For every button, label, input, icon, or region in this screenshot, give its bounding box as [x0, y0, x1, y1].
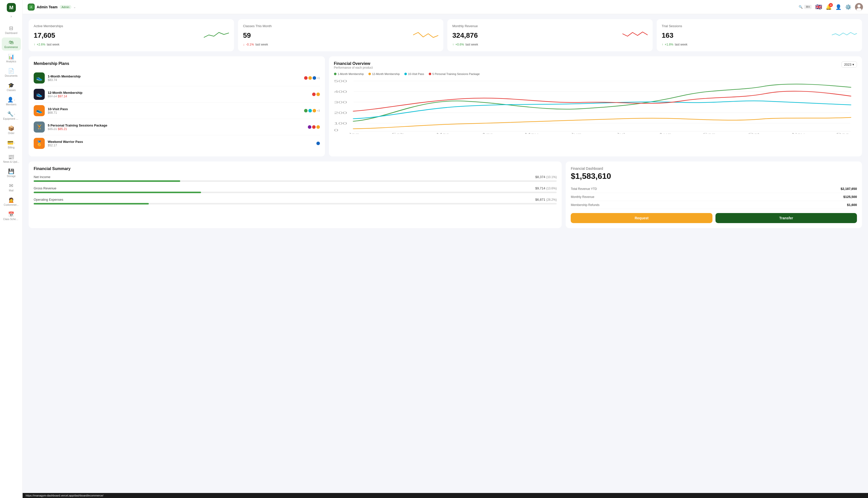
legend-item: 5 Personal Training Sessions Package: [429, 73, 480, 76]
sidebar-item-members[interactable]: 👤 › Members: [2, 94, 21, 108]
plan-original-price: $97.14: [48, 94, 57, 98]
stat-card-revenue: Monthly Revenue 324,876 ↑ +0.6% last wee…: [447, 19, 653, 51]
trend-value: +1.8%: [665, 43, 673, 46]
trend-label: last week: [675, 43, 687, 46]
stat-value: 17,605: [34, 31, 55, 39]
sidebar-item-label: News & Upd...: [3, 160, 19, 163]
stat-value: 163: [662, 31, 674, 39]
dash-row-label: Total Revenue YTD: [571, 187, 597, 191]
search-icon: 🔍: [799, 5, 803, 9]
settings-button[interactable]: ⚙️: [845, 4, 851, 10]
stat-card-active-memberships: Active Memberships 17,605 ↑ +2.6% last w…: [29, 19, 234, 51]
svg-text:100: 100: [334, 122, 347, 125]
plan-dots: +1: [304, 76, 320, 80]
plan-plus: +1: [317, 77, 320, 79]
plan-dots: [308, 125, 320, 129]
transfer-button[interactable]: Transfer: [716, 213, 857, 223]
year-select[interactable]: 2023 ▾: [841, 61, 857, 68]
sidebar-item-ecommerce[interactable]: 🛍 Ecommerce: [2, 38, 21, 51]
plan-info: 5 Personal Training Sessions Package $85…: [48, 123, 305, 131]
stat-value: 324,876: [452, 31, 478, 39]
sidebar-item-news[interactable]: 📰 News & Upd...: [2, 152, 21, 165]
equipment-arrow: ›: [14, 113, 15, 116]
dash-row-value: $1,600: [847, 203, 857, 207]
sidebar-item-label: Equipment &...: [3, 117, 19, 120]
summary-value: $9,714 (13.6%): [535, 186, 557, 190]
legend-item: 1-Month Membership: [334, 73, 364, 76]
sidebar-item-storage[interactable]: 💾 Storage: [2, 166, 21, 180]
trend-icon: ↑: [452, 43, 454, 46]
svg-text:May: May: [525, 133, 538, 134]
dash-row-label: Membership Refunds: [571, 203, 599, 207]
summary-pct: (13.6%): [546, 187, 557, 190]
avatar[interactable]: [855, 3, 863, 11]
sidebar-item-order[interactable]: 📦 Order: [2, 123, 21, 136]
summary-item-operating-expenses: Operating Expenses $6,871 (28.2%): [34, 198, 557, 205]
summary-label: Net Income: [34, 175, 50, 179]
sidebar-item-label: Custommer...: [3, 204, 19, 206]
plan-plus: +3: [317, 109, 320, 112]
sidebar-item-dashboard[interactable]: ⊟ Dashboard: [2, 23, 21, 37]
summary-pct: (10.1%): [546, 175, 557, 179]
sidebar-item-label: Members: [3, 103, 19, 106]
topbar-actions: 🔍 ⌘K 🇬🇧 🔔 4 👤 ⚙️: [799, 3, 863, 11]
search-button[interactable]: 🔍 ⌘K: [799, 5, 812, 9]
sidebar-item-label: Dashboard: [3, 32, 19, 35]
fin-header: Financial Overview Performance of each p…: [334, 61, 857, 69]
request-button[interactable]: Request: [571, 213, 712, 223]
plan-name: 12-Month Membership: [48, 91, 309, 94]
user-button[interactable]: 👤: [835, 4, 842, 10]
plan-dots: [312, 93, 320, 96]
stat-title: Monthly Revenue: [452, 24, 648, 28]
storage-icon: 💾: [8, 168, 14, 174]
logo: M: [7, 3, 16, 12]
flag-icon[interactable]: 🇬🇧: [815, 4, 822, 10]
members-icon: 👤: [7, 96, 14, 103]
sidebar-item-customer[interactable]: 🙍 Custommer...: [2, 195, 21, 208]
statusbar: https://managym-dashboard.vercel.app/das…: [23, 493, 868, 498]
trend-icon: ↑: [662, 43, 663, 46]
chevron-down-icon: ▾: [852, 63, 854, 66]
trend-icon: ↓: [243, 43, 245, 46]
members-arrow: ›: [14, 99, 15, 101]
dash-row-label: Monthly Revenue: [571, 195, 594, 199]
sidebar-toggle[interactable]: ›: [11, 14, 12, 18]
sidebar-item-documents[interactable]: 📄 Documents: [2, 66, 21, 79]
stat-chart: [413, 30, 438, 41]
stat-chart: [832, 30, 857, 41]
trend-label: last week: [465, 43, 478, 46]
plan-name: 10-Visit Pass: [48, 107, 301, 111]
sidebar-item-class-sched[interactable]: 📅 Class Sched...: [2, 209, 21, 223]
sidebar-item-billing[interactable]: 💳 › Billing: [2, 137, 21, 151]
sidebar-item-mail[interactable]: ✉ Mail: [2, 181, 21, 194]
billing-icon: 💳: [7, 140, 14, 146]
svg-text:500: 500: [334, 79, 347, 83]
equipment-icon: 🔧: [7, 111, 14, 117]
dashboard-icon: ⊟: [9, 25, 13, 31]
order-icon: 📦: [8, 125, 14, 131]
summary-value: $8,374 (10.1%): [535, 175, 557, 179]
topbar-brand: A Admin Team Admin ⌄: [28, 3, 76, 11]
plan-price: $68.71: [48, 111, 301, 115]
legend-item: 12-Month Membership: [368, 73, 400, 76]
svg-text:300: 300: [334, 101, 347, 104]
plan-item: 🏅 Weekend Warrior Pass $52.17: [34, 135, 320, 152]
plan-original-price: $85.21: [48, 127, 57, 131]
financial-overview-panel: Financial Overview Performance of each p…: [329, 56, 862, 156]
sidebar-item-equipment[interactable]: 🔧 › Equipment &...: [2, 109, 21, 122]
topbar-chevron[interactable]: ⌄: [73, 5, 76, 9]
notification-button[interactable]: 🔔 4: [826, 4, 832, 10]
stat-value: 59: [243, 31, 251, 39]
ecommerce-icon: 🛍: [9, 39, 14, 45]
plan-dots: +3: [304, 109, 320, 113]
sidebar: M › ⊟ Dashboard 🛍 Ecommerce 📊 Analytics …: [0, 0, 23, 498]
sidebar-item-label: Class Sched...: [3, 218, 19, 221]
topbar-title: Admin Team: [37, 5, 57, 9]
legend-item: 10-Visit Pass: [404, 73, 424, 76]
sidebar-item-label: Storage: [3, 175, 19, 178]
sidebar-item-analytics[interactable]: 📊 Analytics: [2, 52, 21, 65]
sidebar-item-classes[interactable]: 🎓 Classes: [2, 80, 21, 94]
plan-info: Weekend Warrior Pass $52.17: [48, 140, 313, 147]
summary-bar: [34, 203, 149, 205]
sidebar-item-label: Billing: [3, 146, 19, 149]
